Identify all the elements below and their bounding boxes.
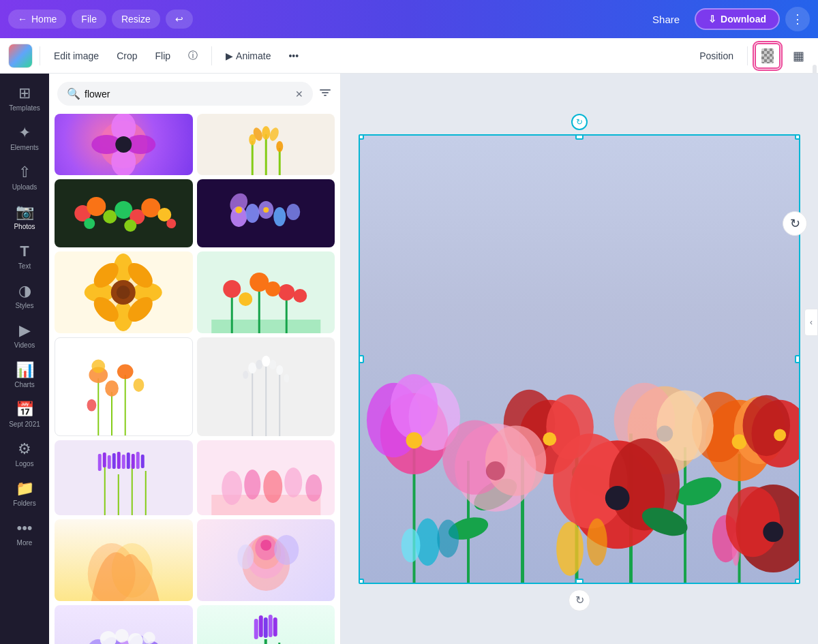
photo-flower-8 [197, 337, 335, 436]
resize-label: Resize [121, 14, 151, 25]
more-tool-button[interactable]: ••• [282, 46, 305, 65]
clear-search-button[interactable]: ✕ [295, 89, 303, 99]
sidebar-item-photos[interactable]: 📷 Photos [3, 198, 46, 236]
svg-point-135 [391, 373, 438, 438]
svg-point-26 [166, 219, 176, 228]
photos-icon: 📷 [16, 203, 34, 221]
transparency-button[interactable] [755, 43, 781, 69]
photo-item-2[interactable] [197, 114, 335, 175]
resize-handle-mr[interactable] [795, 355, 800, 363]
svg-point-55 [293, 289, 307, 303]
brand-icon: 📅 [16, 401, 34, 418]
search-icon: 🔍 [67, 87, 80, 100]
animate-button[interactable]: ▶ Animate [219, 46, 277, 65]
svg-point-16 [276, 141, 283, 152]
sidebar-item-templates[interactable]: ⊞ Templates [3, 79, 46, 117]
photo-item-3[interactable] [55, 179, 193, 247]
svg-point-151 [656, 425, 673, 442]
photo-item-9[interactable] [55, 440, 193, 515]
filter-button[interactable] [318, 86, 332, 102]
svg-point-102 [274, 535, 299, 565]
styles-icon: ◑ [18, 282, 31, 300]
sidebar-item-elements[interactable]: ✦ Elements [3, 119, 46, 157]
sidebar-item-text[interactable]: T Text [3, 237, 46, 275]
canvas-frame[interactable] [359, 134, 800, 584]
rotate-handle[interactable]: ↻ [571, 114, 588, 130]
resize-handle-tm[interactable] [575, 134, 584, 140]
photo-item-13[interactable] [55, 605, 193, 644]
more-tool-label: ••• [288, 50, 299, 61]
sidebar-label-videos: Videos [14, 341, 35, 349]
main-layout: ⊞ Templates ✦ Elements ⇧ Uploads 📷 Photo… [0, 74, 818, 644]
resize-handle-bl[interactable] [359, 579, 364, 584]
divider-1 [40, 46, 40, 65]
position-button[interactable]: Position [693, 46, 740, 65]
crop-button[interactable]: Crop [110, 46, 144, 65]
photo-item-5[interactable] [55, 251, 193, 333]
sidebar-label-text: Text [18, 262, 31, 270]
svg-point-73 [243, 371, 248, 379]
resize-handle-tl[interactable] [359, 134, 364, 140]
resize-handle-br[interactable] [795, 579, 800, 584]
photo-item-12[interactable] [197, 519, 335, 601]
svg-rect-118 [263, 617, 267, 638]
edit-image-button[interactable]: Edit image [47, 46, 106, 65]
resize-handle-tr[interactable] [795, 134, 800, 140]
svg-rect-1 [322, 92, 329, 93]
sidebar-item-folders[interactable]: 📁 Folders [3, 474, 46, 512]
download-icon: ⇩ [708, 14, 716, 25]
svg-point-29 [245, 204, 259, 223]
canvas-side-refresh[interactable]: ↻ [783, 211, 807, 236]
share-button[interactable]: Share [643, 10, 689, 29]
search-input[interactable] [85, 89, 291, 99]
photo-grid [49, 111, 340, 644]
svg-point-18 [87, 197, 106, 216]
refresh-canvas-button[interactable]: ↻ [569, 589, 590, 611]
photo-item-10[interactable] [197, 440, 335, 515]
photo-item-8[interactable] [197, 337, 335, 436]
search-input-wrap: 🔍 ✕ [57, 82, 313, 106]
svg-point-90 [222, 471, 242, 505]
elements-icon: ✦ [18, 124, 31, 142]
frame-button[interactable]: ▦ [787, 44, 810, 67]
sidebar-item-charts[interactable]: 📊 Charts [3, 356, 46, 394]
sidebar-item-videos[interactable]: ▶ Videos [3, 316, 46, 354]
sidebar-item-more[interactable]: ••• More [3, 514, 46, 552]
more-dots-icon: ⋮ [791, 12, 804, 27]
svg-point-146 [743, 395, 791, 455]
photo-item-7[interactable] [55, 337, 193, 436]
folders-icon: 📁 [16, 480, 34, 497]
svg-point-70 [262, 356, 270, 367]
photo-item-11[interactable] [55, 519, 193, 601]
sidebar-item-brand[interactable]: 📅 Sept 2021 [3, 395, 46, 433]
svg-point-32 [286, 204, 300, 220]
file-button[interactable]: File [72, 10, 106, 29]
resize-handle-bm[interactable] [575, 579, 584, 584]
svg-point-72 [276, 365, 283, 375]
photo-flower-2 [197, 114, 335, 175]
photo-item-14[interactable] [197, 605, 335, 644]
svg-point-109 [100, 631, 117, 644]
more-options-button[interactable]: ⋮ [785, 7, 810, 31]
sidebar-label-brand: Sept 2021 [9, 420, 40, 428]
animate-icon: ▶ [226, 50, 233, 61]
flip-button[interactable]: Flip [149, 46, 178, 65]
home-button[interactable]: ← Home [8, 10, 66, 29]
photo-item-6[interactable] [197, 251, 335, 333]
undo-button[interactable]: ↩ [166, 10, 193, 29]
frame-icon: ▦ [793, 49, 804, 63]
photo-item-4[interactable] [197, 179, 335, 247]
photo-item-1[interactable] [55, 114, 193, 175]
sidebar-item-logos[interactable]: ⚙ Logos [3, 435, 46, 473]
download-button[interactable]: ⇩ Download [695, 8, 780, 30]
sidebar-item-uploads[interactable]: ⇧ Uploads [3, 158, 46, 196]
svg-point-171 [763, 521, 783, 542]
search-panel: 🔍 ✕ [49, 74, 341, 644]
svg-point-68 [248, 363, 256, 373]
info-button[interactable]: ⓘ [181, 46, 204, 66]
home-label: Home [31, 14, 57, 25]
resize-handle-ml[interactable] [359, 355, 364, 363]
color-picker-button[interactable] [8, 44, 33, 68]
sidebar-item-styles[interactable]: ◑ Styles [3, 277, 46, 315]
resize-button[interactable]: Resize [112, 10, 160, 29]
